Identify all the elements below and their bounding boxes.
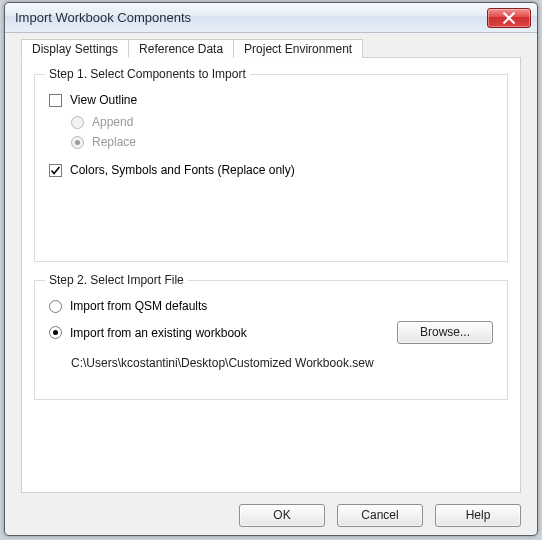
dialog-window: Import Workbook Components Display Setti… [4, 2, 538, 536]
row-append: Append [71, 115, 493, 129]
group-legend: Step 1. Select Components to Import [45, 67, 250, 81]
cancel-button[interactable]: Cancel [337, 504, 423, 527]
tab-strip: Display Settings Reference Data Project … [21, 39, 362, 58]
checkbox-view-outline[interactable] [49, 94, 62, 107]
help-button[interactable]: Help [435, 504, 521, 527]
radio-append [71, 116, 84, 129]
checkbox-colors[interactable] [49, 164, 62, 177]
check-icon [50, 165, 61, 176]
row-from-existing: Import from an existing workbook Browse.… [49, 321, 493, 344]
button-label: Cancel [361, 508, 398, 522]
group-step1: Step 1. Select Components to Import View… [34, 74, 508, 262]
label-append: Append [92, 115, 133, 129]
row-colors: Colors, Symbols and Fonts (Replace only) [49, 163, 493, 177]
tab-display-settings[interactable]: Display Settings [21, 39, 129, 58]
group-step2: Step 2. Select Import File Import from Q… [34, 280, 508, 400]
tab-label: Reference Data [139, 42, 223, 56]
tab-reference-data[interactable]: Reference Data [128, 39, 234, 58]
button-label: Browse... [420, 325, 470, 339]
row-from-defaults: Import from QSM defaults [49, 299, 493, 313]
button-label: Help [466, 508, 491, 522]
label-view-outline: View Outline [70, 93, 137, 107]
browse-button[interactable]: Browse... [397, 321, 493, 344]
label-colors: Colors, Symbols and Fonts (Replace only) [70, 163, 295, 177]
label-from-existing: Import from an existing workbook [70, 326, 247, 340]
dialog-buttons: OK Cancel Help [239, 504, 521, 527]
radio-from-defaults[interactable] [49, 300, 62, 313]
client-area: Display Settings Reference Data Project … [13, 39, 529, 527]
radio-replace [71, 136, 84, 149]
tab-project-environment[interactable]: Project Environment [233, 39, 363, 58]
row-replace: Replace [71, 135, 493, 149]
titlebar: Import Workbook Components [5, 3, 537, 33]
row-view-outline: View Outline [49, 93, 493, 107]
close-button[interactable] [487, 8, 531, 28]
import-file-path: C:\Users\kcostantini\Desktop\Customized … [71, 356, 493, 370]
label-replace: Replace [92, 135, 136, 149]
ok-button[interactable]: OK [239, 504, 325, 527]
close-icon [503, 12, 515, 24]
group-legend: Step 2. Select Import File [45, 273, 188, 287]
label-from-defaults: Import from QSM defaults [70, 299, 207, 313]
tab-body: Step 1. Select Components to Import View… [22, 58, 520, 492]
tab-label: Display Settings [32, 42, 118, 56]
button-label: OK [273, 508, 290, 522]
window-title: Import Workbook Components [15, 10, 487, 25]
tab-label: Project Environment [244, 42, 352, 56]
radio-from-existing[interactable] [49, 326, 62, 339]
tab-panel: Step 1. Select Components to Import View… [21, 57, 521, 493]
